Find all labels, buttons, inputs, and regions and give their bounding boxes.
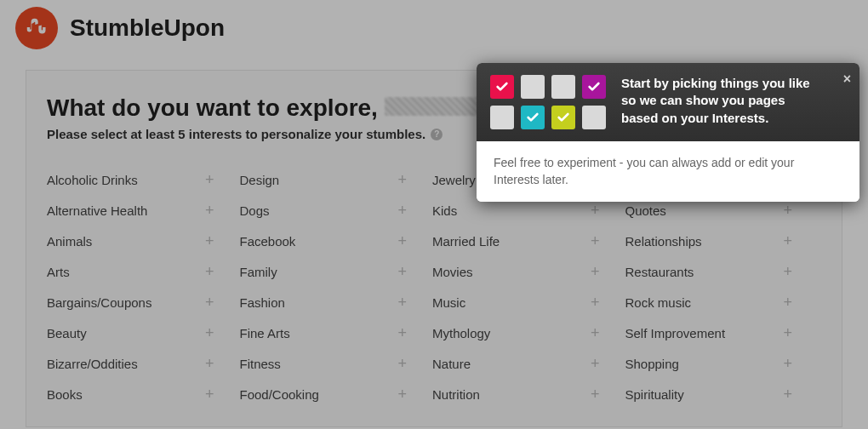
interest-item[interactable]: Movies+: [432, 264, 625, 279]
intro-popover: Start by picking things you like so we c…: [477, 63, 859, 202]
interest-item[interactable]: Facebook+: [240, 233, 433, 249]
plus-icon[interactable]: +: [591, 233, 600, 249]
page-subtitle-text: Please select at least 5 interests to pe…: [47, 127, 425, 141]
interest-label: Quotes: [625, 203, 666, 218]
plus-icon[interactable]: +: [591, 356, 600, 371]
interest-item[interactable]: Nutrition+: [432, 386, 625, 402]
interest-item[interactable]: Animals+: [47, 233, 240, 249]
plus-icon[interactable]: +: [205, 356, 214, 371]
plus-icon[interactable]: +: [205, 172, 214, 187]
interest-label: Mythology: [432, 326, 490, 340]
header: StumbleUpon: [0, 0, 868, 49]
check-icon: [526, 111, 540, 124]
plus-icon[interactable]: +: [205, 264, 214, 279]
plus-icon[interactable]: +: [783, 264, 792, 279]
interest-label: Fine Arts: [240, 326, 290, 340]
plus-icon[interactable]: +: [783, 356, 792, 371]
popover-box: [551, 106, 575, 129]
plus-icon[interactable]: +: [591, 386, 600, 402]
interest-item[interactable]: Food/Cooking+: [240, 386, 433, 402]
interest-item[interactable]: Books+: [47, 386, 240, 402]
interest-label: Fitness: [240, 357, 281, 371]
plus-icon[interactable]: +: [205, 203, 214, 218]
stumbleupon-logo-icon: [15, 7, 58, 49]
interest-item[interactable]: Married Life+: [432, 233, 625, 249]
popover-box: [490, 75, 514, 99]
interest-label: Design: [240, 173, 280, 187]
plus-icon[interactable]: +: [591, 325, 600, 340]
plus-icon[interactable]: +: [397, 233, 407, 249]
interest-item[interactable]: Bargains/Coupons+: [47, 295, 240, 310]
interest-label: Bargains/Coupons: [47, 295, 151, 310]
interest-label: Jewelry: [432, 173, 476, 187]
interest-item[interactable]: Arts+: [47, 264, 240, 279]
plus-icon[interactable]: +: [205, 233, 214, 249]
plus-icon[interactable]: +: [397, 295, 407, 310]
interest-label: Arts: [47, 265, 70, 279]
popover-box: [521, 75, 545, 99]
check-icon: [557, 111, 570, 124]
plus-icon[interactable]: +: [397, 386, 407, 402]
plus-icon[interactable]: +: [205, 295, 214, 310]
close-icon[interactable]: ×: [843, 72, 851, 87]
interest-grid: Alcoholic Drinks+Design+Jewelry+Alternat…: [47, 172, 818, 402]
interest-item[interactable]: Music+: [432, 295, 625, 310]
interest-item[interactable]: Fashion+: [240, 295, 433, 310]
interest-label: Bizarre/Oddities: [47, 357, 138, 371]
interest-label: Married Life: [432, 234, 500, 249]
popover-box: [521, 106, 545, 129]
interest-item[interactable]: Shopping+: [625, 356, 819, 371]
interest-label: Books: [47, 387, 83, 402]
interest-item[interactable]: Rock music+: [625, 295, 819, 310]
interest-item[interactable]: Alcoholic Drinks+: [47, 172, 240, 187]
interest-label: Food/Cooking: [240, 387, 319, 402]
interest-item[interactable]: Beauty+: [47, 325, 240, 340]
interest-item[interactable]: Family+: [240, 264, 433, 279]
interest-label: Relationships: [625, 234, 702, 249]
interest-item[interactable]: Spirituality+: [625, 386, 819, 402]
plus-icon[interactable]: +: [783, 386, 792, 402]
interest-item[interactable]: Self Improvement+: [625, 325, 819, 340]
interest-label: Rock music: [625, 295, 692, 310]
interest-label: Nature: [432, 357, 471, 371]
plus-icon[interactable]: +: [783, 233, 792, 249]
interest-item[interactable]: Nature+: [432, 356, 625, 371]
interest-item[interactable]: Dogs+: [240, 203, 433, 218]
interest-label: Nutrition: [432, 387, 480, 402]
check-icon: [587, 80, 601, 94]
popover-box: [582, 75, 606, 99]
popover-header: Start by picking things you like so we c…: [477, 63, 859, 141]
plus-icon[interactable]: +: [783, 295, 792, 310]
plus-icon[interactable]: +: [591, 295, 600, 310]
interest-item[interactable]: Fitness+: [240, 356, 433, 371]
plus-icon[interactable]: +: [205, 325, 214, 340]
interest-label: Self Improvement: [625, 326, 726, 340]
interest-label: Spirituality: [625, 387, 684, 402]
plus-icon[interactable]: +: [205, 386, 214, 402]
interest-item[interactable]: Design+: [240, 172, 433, 187]
plus-icon[interactable]: +: [591, 203, 600, 218]
interest-item[interactable]: Kids+: [432, 203, 625, 218]
plus-icon[interactable]: +: [397, 325, 407, 340]
interest-item[interactable]: Relationships+: [625, 233, 819, 249]
interest-label: Alcoholic Drinks: [47, 173, 138, 187]
interest-item[interactable]: Mythology+: [432, 325, 625, 340]
popover-box: [490, 106, 514, 129]
interest-item[interactable]: Alternative Health+: [47, 203, 240, 218]
interest-label: Movies: [432, 265, 473, 279]
help-icon[interactable]: ?: [431, 129, 443, 140]
plus-icon[interactable]: +: [783, 203, 792, 218]
plus-icon[interactable]: +: [591, 264, 600, 279]
plus-icon[interactable]: +: [397, 203, 407, 218]
interest-item[interactable]: Restaurants+: [625, 264, 819, 279]
plus-icon[interactable]: +: [783, 325, 792, 340]
check-icon: [495, 80, 509, 94]
plus-icon[interactable]: +: [397, 356, 407, 371]
popover-box: [551, 75, 575, 99]
plus-icon[interactable]: +: [397, 172, 407, 187]
interest-item[interactable]: Quotes+: [625, 203, 819, 218]
interest-item[interactable]: Fine Arts+: [240, 325, 433, 340]
popover-check-grid: [490, 75, 606, 129]
plus-icon[interactable]: +: [397, 264, 407, 279]
interest-item[interactable]: Bizarre/Oddities+: [47, 356, 240, 371]
